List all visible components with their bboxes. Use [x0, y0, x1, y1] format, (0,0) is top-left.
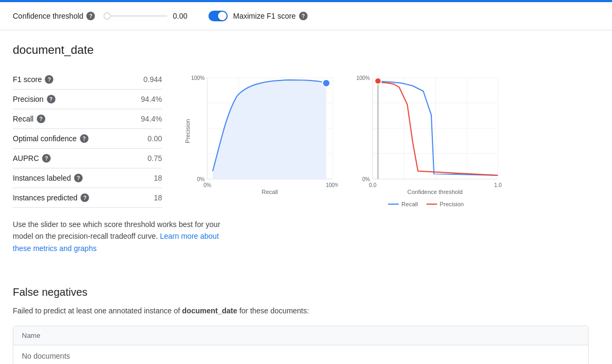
metric-value: 0.75 — [148, 154, 162, 163]
table-empty-row: No documents — [13, 345, 588, 364]
maximize-f1-text: Maximize F1 score — [233, 12, 295, 20]
svg-text:0%: 0% — [204, 182, 212, 188]
pr-optimal-point — [323, 79, 330, 87]
metric-label: Recall ? — [13, 115, 45, 123]
confidence-controls-row: Confidence threshold ? 0.00 Maximize F1 … — [0, 2, 612, 30]
chart-legend: Recall Precision — [349, 201, 503, 207]
legend-recall-label: Recall — [401, 201, 418, 207]
metric-label: Instances predicted ? — [13, 193, 89, 202]
precision-recall-chart: 100% 0% 0% 100% Precision — [183, 70, 338, 198]
metric-help-icon[interactable]: ? — [47, 95, 55, 103]
legend-precision-line — [426, 204, 437, 205]
maximize-f1-help-icon[interactable]: ? — [299, 12, 308, 20]
metrics-charts-row: F1 score ? 0.944 Precision ? 94.4% Recal… — [13, 70, 599, 208]
legend-precision: Precision — [426, 201, 464, 207]
metric-help-icon[interactable]: ? — [80, 193, 89, 202]
metric-help-icon[interactable]: ? — [80, 134, 88, 143]
svg-text:0.0: 0.0 — [369, 182, 376, 188]
metric-label-text: F1 score — [13, 75, 42, 84]
metric-label: Precision ? — [13, 95, 55, 103]
ct-recall-point — [375, 78, 381, 84]
table-header: Name — [13, 326, 588, 345]
metric-row: Precision ? 94.4% — [13, 90, 162, 109]
metric-value: 18 — [154, 174, 162, 182]
confidence-threshold-text: Confidence threshold — [13, 12, 83, 20]
metric-label: Optimal confidence ? — [13, 134, 88, 143]
metric-value: 0.00 — [148, 134, 162, 143]
metric-row: Instances labeled ? 18 — [13, 168, 162, 188]
metric-label: AUPRC ? — [13, 154, 51, 163]
maximize-f1-toggle-container: Maximize F1 score ? — [208, 11, 307, 21]
metric-label-text: Precision — [13, 95, 44, 103]
svg-text:Precision: Precision — [184, 119, 191, 143]
metric-label-text: Recall — [13, 115, 34, 123]
metric-label-text: Optimal confidence — [13, 134, 77, 143]
metric-row: Optimal confidence ? 0.00 — [13, 129, 162, 149]
main-content: document_date F1 score ? 0.944 Precision… — [0, 30, 612, 364]
slider-value: 0.00 — [173, 12, 191, 20]
precision-recall-svg: 100% 0% 0% 100% Precision — [183, 70, 338, 198]
metric-help-icon[interactable]: ? — [37, 115, 45, 123]
metric-row: Instances predicted ? 18 — [13, 188, 162, 208]
svg-text:100%: 100% — [356, 75, 370, 81]
false-negatives-title: False negatives — [13, 286, 599, 298]
legend-recall-line — [388, 204, 399, 205]
metric-label-text: Instances labeled — [13, 174, 71, 182]
metric-value: 94.4% — [141, 115, 162, 123]
svg-text:100%: 100% — [326, 182, 338, 188]
metric-row: Recall ? 94.4% — [13, 109, 162, 129]
false-negatives-entity: document_date — [182, 306, 237, 315]
false-negatives-desc-text: Failed to predict at least one annotated… — [13, 306, 182, 315]
false-negatives-section: False negatives Failed to predict at lea… — [13, 276, 599, 364]
maximize-f1-label: Maximize F1 score ? — [233, 12, 307, 20]
metric-row: AUPRC ? 0.75 — [13, 149, 162, 168]
false-negatives-description: Failed to predict at least one annotated… — [13, 305, 599, 317]
metric-label: Instances labeled ? — [13, 174, 83, 182]
metric-help-icon[interactable]: ? — [45, 75, 53, 84]
svg-text:Confidence threshold: Confidence threshold — [407, 189, 463, 195]
confidence-slider[interactable] — [103, 15, 167, 17]
metric-value: 94.4% — [141, 95, 162, 103]
false-negatives-table: Name No documents — [13, 326, 589, 364]
slider-container: 0.00 — [103, 12, 191, 20]
legend-recall: Recall — [388, 201, 418, 207]
precision-recall-chart-container: 100% 0% 0% 100% Precision — [183, 70, 338, 207]
svg-text:0%: 0% — [363, 176, 371, 182]
metric-label: F1 score ? — [13, 75, 53, 84]
confidence-threshold-chart-container: 100% 0% 0.0 1.0 Confidence threshold — [349, 70, 503, 207]
metric-help-icon[interactable]: ? — [42, 154, 51, 163]
confidence-threshold-svg: 100% 0% 0.0 1.0 Confidence threshold — [349, 70, 503, 198]
section-title: document_date — [13, 43, 599, 57]
metric-value: 18 — [154, 193, 162, 202]
svg-text:1.0: 1.0 — [494, 182, 502, 188]
svg-text:Recall: Recall — [262, 189, 278, 195]
metric-label-text: Instances predicted — [13, 193, 77, 202]
description-text: Use the slider to see which score thresh… — [13, 219, 226, 254]
metrics-table: F1 score ? 0.944 Precision ? 94.4% Recal… — [13, 70, 162, 208]
confidence-threshold-help-icon[interactable]: ? — [86, 12, 95, 20]
metric-row: F1 score ? 0.944 — [13, 70, 162, 90]
false-negatives-suffix: for these documents: — [237, 306, 309, 315]
confidence-threshold-chart: 100% 0% 0.0 1.0 Confidence threshold — [349, 70, 503, 198]
maximize-f1-toggle[interactable] — [208, 11, 228, 21]
metric-label-text: AUPRC — [13, 154, 39, 163]
metric-help-icon[interactable]: ? — [74, 174, 83, 182]
metric-value: 0.944 — [143, 75, 162, 84]
charts-area: 100% 0% 0% 100% Precision — [183, 70, 599, 207]
confidence-threshold-label: Confidence threshold ? — [13, 12, 95, 20]
legend-precision-label: Precision — [440, 201, 464, 207]
svg-text:0%: 0% — [197, 176, 205, 182]
svg-text:100%: 100% — [191, 75, 205, 81]
